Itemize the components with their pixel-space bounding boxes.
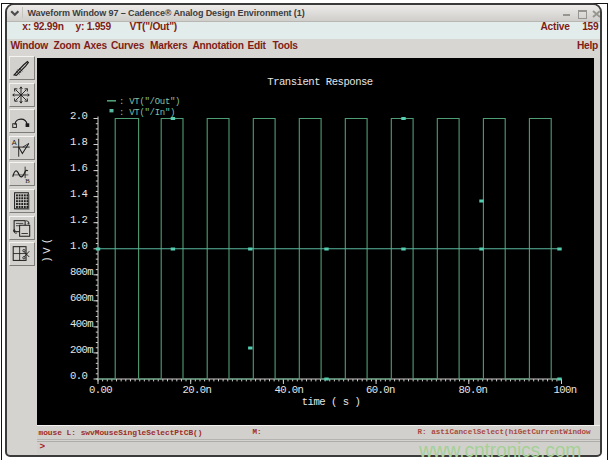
svg-text:time ( s ): time ( s ): [301, 395, 360, 407]
svg-text:600m: 600m: [70, 292, 93, 304]
svg-text:Transient Response: Transient Response: [267, 76, 373, 88]
svg-text:1.4: 1.4: [70, 188, 88, 200]
svg-text:): ): [41, 256, 53, 262]
svg-text:40.0n: 40.0n: [274, 384, 303, 396]
svg-text:1.6: 1.6: [70, 162, 88, 174]
svg-text:60.0n: 60.0n: [366, 384, 395, 396]
svg-text:200m: 200m: [70, 344, 93, 356]
svg-text:80.0n: 80.0n: [458, 384, 487, 396]
svg-text:1.0: 1.0: [70, 240, 88, 252]
svg-text:0.0: 0.0: [70, 370, 88, 382]
svg-text:20.0n: 20.0n: [182, 384, 211, 396]
svg-text:2.0: 2.0: [70, 109, 88, 121]
svg-text:B: B: [25, 177, 30, 184]
svg-text:1.8: 1.8: [70, 135, 88, 147]
svg-text:A: A: [12, 138, 17, 147]
svg-text:: VT("/In"): : VT("/In"): [119, 107, 175, 117]
svg-text:0.00: 0.00: [88, 384, 111, 396]
svg-text:100n: 100n: [553, 384, 576, 396]
svg-text:800m: 800m: [70, 266, 93, 278]
svg-text:400m: 400m: [70, 318, 93, 330]
svg-text:1.2: 1.2: [70, 214, 88, 226]
svg-text:V: V: [41, 246, 53, 253]
svg-text:: VT("/Out"): : VT("/Out"): [119, 97, 180, 107]
svg-text:(: (: [41, 237, 53, 243]
